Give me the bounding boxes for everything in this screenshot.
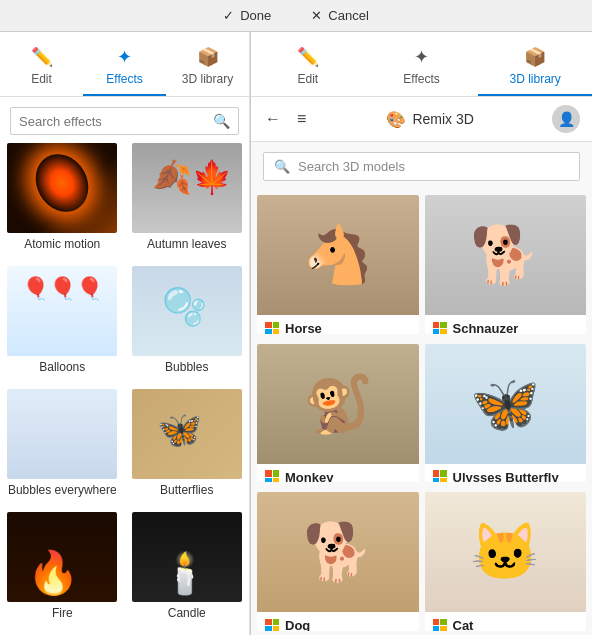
menu-button[interactable]: ≡ [295, 108, 308, 130]
model-thumb-cat: 🐱 [425, 492, 587, 612]
tab-3dlibrary-label-right: 3D library [510, 72, 561, 86]
edit-icon-left: ✏️ [31, 46, 53, 68]
effect-item-balloons[interactable]: Balloons [0, 266, 125, 389]
edit-icon-right: ✏️ [297, 46, 319, 68]
3dlibrary-icon-left: 📦 [197, 46, 219, 68]
effect-label-autumn-leaves: Autumn leaves [147, 237, 226, 251]
model-info-cat: CatMicrosoft♡189👁+··· [425, 612, 587, 631]
model-thumb-schnauzer: 🐕 [425, 195, 587, 315]
model-name-schnauzer: Schnauzer [453, 321, 519, 334]
model-card-monkey[interactable]: 🐒MonkeyMicrosoft♡335👁+··· [257, 344, 419, 483]
effects-icon-left: ✦ [117, 46, 132, 68]
right-tab-bar: ✏️ Edit ✦ Effects 📦 3D library [251, 32, 592, 97]
model-info-ulysses-butterfly: Ulysses ButterflyMicrosoft♡660👁+··· [425, 464, 587, 483]
effect-thumb-bubbles [132, 266, 242, 356]
model-name-horse: Horse [285, 321, 322, 334]
effect-item-bubbles-everywhere[interactable]: Bubbles everywhere [0, 389, 125, 512]
done-button[interactable]: ✓ Done [223, 8, 271, 23]
tab-3dlibrary-right[interactable]: 📦 3D library [478, 40, 592, 96]
check-icon: ✓ [223, 8, 234, 23]
right-toolbar: ← ≡ 🎨 Remix 3D 👤 [251, 97, 592, 142]
effect-item-butterflies[interactable]: Butterflies [125, 389, 250, 512]
model-card-cat[interactable]: 🐱CatMicrosoft♡189👁+··· [425, 492, 587, 631]
effect-item-fire[interactable]: Fire [0, 512, 125, 635]
tab-effects-left[interactable]: ✦ Effects [83, 40, 166, 96]
right-panel: ✏️ Edit ✦ Effects 📦 3D library ← ≡ 🎨 Rem… [251, 32, 592, 635]
effect-thumb-candle [132, 512, 242, 602]
effect-thumb-atomic-motion [7, 143, 117, 233]
ms-logo-cat [433, 619, 447, 631]
effect-item-atomic-motion[interactable]: Atomic motion [0, 143, 125, 266]
effect-label-atomic-motion: Atomic motion [24, 237, 100, 251]
effect-label-balloons: Balloons [39, 360, 85, 374]
search-3d-bar[interactable]: 🔍 Search 3D models [263, 152, 580, 181]
model-thumb-ulysses-butterfly: 🦋 [425, 344, 587, 464]
ms-logo-horse [265, 322, 279, 334]
remix3d-logo: 🎨 Remix 3D [320, 110, 540, 129]
model-name-dog: Dog [285, 618, 310, 631]
effect-item-candle[interactable]: Candle [125, 512, 250, 635]
cancel-label: Cancel [328, 8, 368, 23]
model-card-dog[interactable]: 🐕DogMicrosoft♡245👁+··· [257, 492, 419, 631]
effect-label-fire: Fire [52, 606, 73, 620]
cancel-button[interactable]: ✕ Cancel [311, 8, 368, 23]
effects-icon-right: ✦ [414, 46, 429, 68]
effect-thumb-autumn-leaves [132, 143, 242, 233]
model-name-monkey: Monkey [285, 470, 333, 483]
model-info-dog: DogMicrosoft♡245👁+··· [257, 612, 419, 631]
main-area: ✏️ Edit ✦ Effects 📦 3D library 🔍 Atomic … [0, 32, 592, 635]
model-card-horse[interactable]: 🐴HorseMicrosoft♡138👁+··· [257, 195, 419, 334]
ms-logo-dog [265, 619, 279, 631]
search-effects-input[interactable] [19, 114, 213, 129]
search-icon-3d: 🔍 [274, 159, 290, 174]
search-3d-placeholder: Search 3D models [298, 159, 405, 174]
done-label: Done [240, 8, 271, 23]
models-grid: 🐴HorseMicrosoft♡138👁+···🐕SchnauzerMicros… [251, 191, 592, 635]
remix3d-logo-text: Remix 3D [412, 111, 473, 127]
effect-thumb-bubbles-everywhere [7, 389, 117, 479]
tab-3dlibrary-label-left: 3D library [182, 72, 233, 86]
effect-label-bubbles: Bubbles [165, 360, 208, 374]
effects-grid: Atomic motionAutumn leavesBalloonsBubble… [0, 143, 249, 635]
model-thumb-monkey: 🐒 [257, 344, 419, 464]
model-card-ulysses-butterfly[interactable]: 🦋Ulysses ButterflyMicrosoft♡660👁+··· [425, 344, 587, 483]
tab-edit-right[interactable]: ✏️ Edit [251, 40, 365, 96]
model-name-cat: Cat [453, 618, 474, 631]
effect-label-butterflies: Butterflies [160, 483, 213, 497]
tab-edit-label-right: Edit [297, 72, 318, 86]
model-info-schnauzer: SchnauzerMicrosoft♡104👁+··· [425, 315, 587, 334]
model-info-horse: HorseMicrosoft♡138👁+··· [257, 315, 419, 334]
top-bar: ✓ Done ✕ Cancel [0, 0, 592, 32]
model-thumb-horse: 🐴 [257, 195, 419, 315]
effect-thumb-balloons [7, 266, 117, 356]
ms-logo-monkey [265, 470, 279, 482]
ms-logo-schnauzer [433, 322, 447, 334]
left-panel: ✏️ Edit ✦ Effects 📦 3D library 🔍 Atomic … [0, 32, 250, 635]
remix3d-logo-icon: 🎨 [386, 110, 406, 129]
effect-thumb-fire [7, 512, 117, 602]
model-name-ulysses-butterfly: Ulysses Butterfly [453, 470, 559, 483]
model-card-schnauzer[interactable]: 🐕SchnauzerMicrosoft♡104👁+··· [425, 195, 587, 334]
left-tab-bar: ✏️ Edit ✦ Effects 📦 3D library [0, 32, 249, 97]
effects-search-bar[interactable]: 🔍 [10, 107, 239, 135]
back-button[interactable]: ← [263, 108, 283, 130]
model-info-monkey: MonkeyMicrosoft♡335👁+··· [257, 464, 419, 483]
3dlibrary-icon-right: 📦 [524, 46, 546, 68]
tab-edit-label-left: Edit [31, 72, 52, 86]
effect-item-autumn-leaves[interactable]: Autumn leaves [125, 143, 250, 266]
x-icon: ✕ [311, 8, 322, 23]
user-avatar[interactable]: 👤 [552, 105, 580, 133]
effect-label-bubbles-everywhere: Bubbles everywhere [8, 483, 117, 497]
search-icon-effects: 🔍 [213, 113, 230, 129]
tab-3dlibrary-left[interactable]: 📦 3D library [166, 40, 249, 96]
ms-logo-ulysses-butterfly [433, 470, 447, 482]
effect-label-candle: Candle [168, 606, 206, 620]
tab-effects-label-left: Effects [106, 72, 142, 86]
tab-edit-left[interactable]: ✏️ Edit [0, 40, 83, 96]
effect-thumb-butterflies [132, 389, 242, 479]
tab-effects-label-right: Effects [403, 72, 439, 86]
effect-item-bubbles[interactable]: Bubbles [125, 266, 250, 389]
model-thumb-dog: 🐕 [257, 492, 419, 612]
tab-effects-right[interactable]: ✦ Effects [365, 40, 479, 96]
